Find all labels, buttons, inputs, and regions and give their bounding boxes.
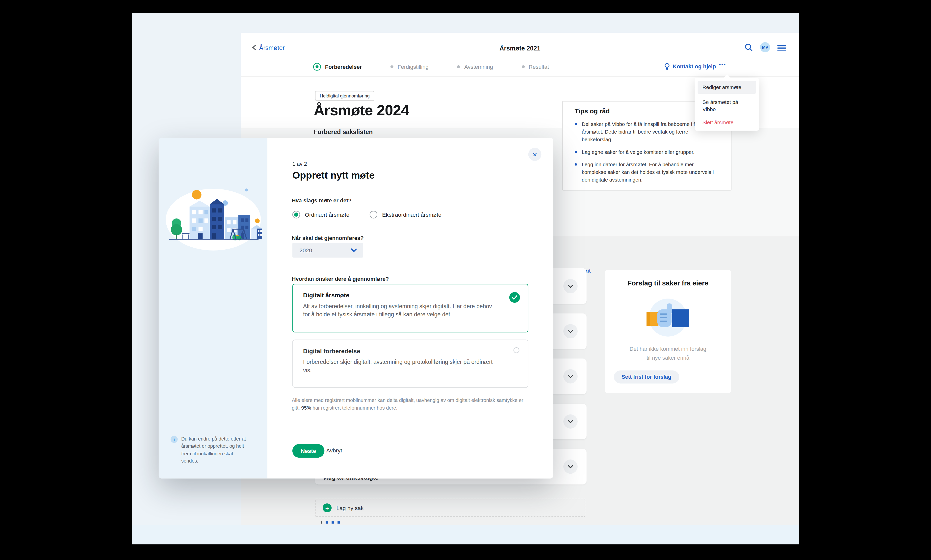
- year-select-value: 2020: [300, 247, 312, 253]
- info-note: i Du kan endre på dette etter at årsmøte…: [171, 436, 250, 465]
- chevron-down-icon[interactable]: [563, 324, 577, 338]
- tip-item: Lag egne saker for å velge komiteer elle…: [575, 148, 716, 156]
- cancel-button[interactable]: Avbryt: [326, 447, 342, 453]
- radio-ordinaert[interactable]: Ordinært årsmøte: [292, 211, 349, 218]
- set-deadline-button[interactable]: Sett frist for forslag: [614, 371, 679, 384]
- section-heading: Forbered sakslisten: [314, 128, 373, 135]
- page-header-title: Årsmøte 2021: [241, 45, 799, 52]
- meeting-type-badge: Heldigital gjennomføring: [315, 91, 374, 101]
- chevron-down-icon[interactable]: [563, 369, 577, 384]
- neighborhood-illustration: [164, 183, 263, 262]
- step-separator: ·······: [433, 64, 453, 69]
- step-icon: [522, 65, 525, 68]
- option-title: Digitalt årsmøte: [303, 292, 349, 298]
- modal-form-panel: ✕ 1 av 2 Opprett nytt møte Hva slags møt…: [267, 138, 553, 478]
- contact-help-link[interactable]: Kontakt og hjelp: [664, 63, 716, 70]
- search-icon[interactable]: [744, 43, 753, 54]
- year-select[interactable]: 2020: [292, 243, 363, 258]
- option-description: Alt av forberedelser, innkalling og avst…: [303, 302, 499, 319]
- contact-help-label: Kontakt og hjelp: [673, 63, 716, 69]
- format-label: Hvordan ønsker dere å gjennomføre?: [292, 276, 389, 282]
- unchecked-icon: [514, 347, 519, 353]
- bullet-icon: [575, 151, 577, 153]
- option-digital-meeting[interactable]: Digitalt årsmøte Alt av forberedelser, i…: [292, 284, 528, 332]
- step-icon: [391, 65, 394, 68]
- header-divider: [241, 76, 799, 77]
- option-title: Digital forberedelse: [303, 348, 360, 354]
- year-label: Når skal det gjennomføres?: [292, 235, 363, 241]
- chevron-down-icon: [350, 248, 357, 252]
- menu-item-rediger[interactable]: Rediger årsmøte: [698, 81, 756, 94]
- radio-ekstraordinaert[interactable]: Ekstraordinært årsmøte: [370, 211, 442, 218]
- context-menu: Rediger årsmøte Se årsmøtet på Vibbo Sle…: [695, 78, 759, 131]
- new-case-button[interactable]: + Lag ny sak: [315, 498, 585, 517]
- create-meeting-modal: i Du kan endre på dette etter at årsmøte…: [159, 138, 553, 478]
- clipped-text: [321, 521, 340, 524]
- fine-print: Alle eiere med registrert mobilnummer ka…: [292, 397, 525, 411]
- proposals-empty-text: Det har ikke kommet inn forslag: [605, 346, 731, 352]
- step-avstemning[interactable]: Avstemning: [464, 64, 493, 70]
- tip-item: Legg inn datoer for årsmøtet. For å beha…: [575, 161, 716, 184]
- plus-icon: +: [323, 503, 332, 512]
- step-resultat[interactable]: Resultat: [529, 64, 549, 70]
- step-forberedelser[interactable]: Forberedelser: [325, 64, 362, 70]
- stage: Årsmøter Årsmøte 2021 MV Forberedelser ·…: [0, 0, 931, 560]
- option-digital-preparation[interactable]: Digital forberedelse Forberedelser skjer…: [292, 340, 528, 388]
- step-icon: [457, 65, 460, 68]
- bullet-icon: [575, 163, 577, 166]
- tips-title: Tips og råd: [575, 107, 610, 114]
- proposals-title: Forslag til saker fra eiere: [605, 280, 731, 287]
- modal-step-indicator: 1 av 2: [292, 161, 307, 167]
- hamburger-menu-icon[interactable]: [777, 45, 786, 51]
- menu-item-slett[interactable]: Slett årsmøte: [695, 114, 759, 125]
- step-ferdigstilling[interactable]: Ferdigstilling: [398, 64, 429, 70]
- next-button[interactable]: Neste: [292, 444, 324, 458]
- info-icon: i: [171, 436, 178, 443]
- step-icon-active: [313, 63, 321, 71]
- bullet-icon: [575, 123, 577, 125]
- app-window: Årsmøter Årsmøte 2021 MV Forberedelser ·…: [132, 13, 799, 545]
- check-icon: [510, 292, 520, 303]
- info-note-text: Du kan endre på dette etter at årsmøtet …: [181, 436, 250, 465]
- progress-stepper: Forberedelser ······· Ferdigstilling ···…: [313, 63, 549, 71]
- modal-title: Opprett nytt møte: [292, 170, 375, 181]
- lightbulb-icon: [664, 63, 670, 70]
- page-title: Årsmøte 2024: [314, 102, 409, 119]
- step-separator: ·······: [366, 64, 386, 69]
- chevron-down-icon[interactable]: [563, 460, 577, 474]
- meeting-type-radio-group: Ordinært årsmøte Ekstraordinært årsmøte: [292, 211, 442, 218]
- radio-selected-icon: [292, 211, 300, 218]
- modal-illustration-panel: i Du kan endre på dette etter at årsmøte…: [159, 138, 267, 478]
- chevron-down-icon[interactable]: [563, 414, 577, 429]
- option-description: Forberedelser skjer digitalt, avstemning…: [303, 358, 499, 374]
- new-case-label: Lag ny sak: [336, 505, 363, 511]
- radio-unselected-icon: [370, 211, 377, 218]
- meeting-type-label: Hva slags møte er det?: [292, 198, 351, 203]
- step-separator: ·······: [497, 64, 517, 69]
- avatar[interactable]: MV: [760, 42, 770, 52]
- proposals-empty-text: til nye saker ennå: [605, 355, 731, 361]
- more-options-icon[interactable]: •••: [719, 62, 726, 67]
- fist-bump-illustration: [638, 296, 698, 342]
- chevron-down-icon[interactable]: [563, 279, 577, 293]
- footer-strip: [132, 525, 799, 545]
- proposals-card: Forslag til saker fra eiere Det har ikke…: [605, 270, 731, 393]
- menu-item-se-vibbo[interactable]: Se årsmøtet på Vibbo: [695, 94, 759, 114]
- close-icon[interactable]: ✕: [528, 148, 542, 161]
